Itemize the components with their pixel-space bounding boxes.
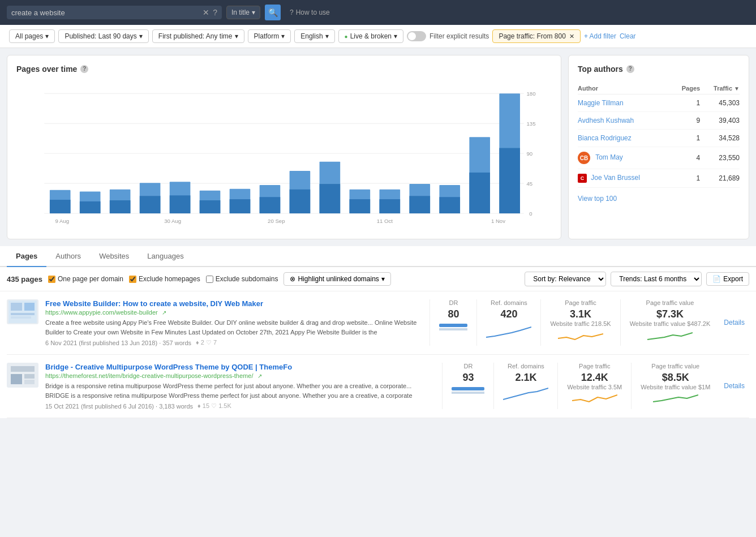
results-bar-right: Sort by: Relevance Trends: Last 6 months… (525, 272, 749, 286)
traffic-col-header[interactable]: Traffic ▼ (700, 83, 740, 94)
clear-filters-button[interactable]: Clear (620, 32, 636, 40)
chevron-down-icon: ▾ (235, 32, 238, 40)
page-traffic-chart-2 (572, 390, 617, 407)
svg-rect-15 (110, 200, 131, 213)
author-pages-cell: 1 (672, 130, 700, 147)
result-meta: 6 Nov 2021 (first published 13 Jun 2018)… (45, 339, 423, 346)
chevron-down-icon: ▾ (252, 8, 255, 16)
how-to-use-link[interactable]: ? How to use (290, 8, 330, 16)
author-traffic-cell: 39,403 (700, 112, 740, 130)
result-item: Free Website Builder: How to create a we… (7, 291, 749, 355)
ref-domains-metric: Ref. domains 420 (476, 299, 540, 346)
svg-rect-56 (24, 380, 35, 384)
chart-help-icon[interactable]: ? (80, 65, 88, 73)
result-title-link[interactable]: Free Website Builder: How to create a we… (45, 299, 423, 308)
social-shares: ♦ 2 ♡ 7 (196, 339, 217, 346)
search-type-label: In title (231, 8, 250, 16)
result-title-link-2[interactable]: Bridge - Creative Multipurpose WordPress… (45, 363, 435, 371)
author-row: Avdhesh Kushwah 9 39,403 (578, 112, 740, 130)
page-traffic-metric: Page traffic 3.1K Website traffic 218.5K (540, 299, 620, 346)
avatar: CB (578, 152, 590, 164)
svg-text:11 Oct: 11 Oct (377, 218, 393, 224)
all-pages-filter[interactable]: All pages ▾ (9, 29, 55, 43)
author-traffic-cell: 34,528 (700, 130, 740, 147)
live-broken-filter[interactable]: ● Live & broken ▾ (338, 29, 403, 43)
trends-dropdown[interactable]: Trends: Last 6 months (611, 272, 702, 286)
authors-help-icon[interactable]: ? (626, 65, 634, 73)
results-count: 435 pages (7, 275, 42, 283)
explicit-toggle-switch[interactable] (407, 31, 426, 41)
authors-table: Author Pages Traffic ▼ Maggie Tillman 1 … (578, 83, 740, 188)
details-button-1[interactable]: Details (719, 299, 749, 346)
svg-text:135: 135 (527, 121, 536, 127)
platform-filter[interactable]: Platform ▾ (248, 29, 291, 43)
author-avdhesh-link[interactable]: Avdhesh Kushwah (578, 117, 634, 124)
tab-authors[interactable]: Authors (46, 246, 90, 267)
author-traffic-cell: 45,303 (700, 94, 740, 112)
highlight-unlinked-domains-button[interactable]: ⊗ Highlight unlinked domains ▾ (284, 272, 390, 286)
tab-websites[interactable]: Websites (90, 246, 138, 267)
search-button[interactable]: 🔍 (265, 5, 281, 20)
author-row: Maggie Tillman 1 45,303 (578, 94, 740, 112)
close-icon[interactable]: ✕ (569, 33, 574, 40)
result-url: https://www.appypie.com/website-builder … (45, 309, 423, 316)
tab-pages[interactable]: Pages (7, 246, 46, 267)
clear-search-button[interactable]: ✕ (203, 8, 209, 17)
search-bar: ✕ ? In title ▾ 🔍 ? How to use (0, 0, 756, 25)
author-joe-link[interactable]: Joe Van Brussel (591, 174, 640, 182)
add-filter-button[interactable]: + Add filter (584, 32, 616, 40)
result-metrics: DR 80 Ref. domains 420 Page traffic 3.1K… (429, 299, 749, 346)
authors-panel: Top authors ? Author Pages Traffic ▼ Mag… (568, 55, 749, 239)
result-date-2: 15 Oct 2021 (first published 6 Jul 2016)… (45, 403, 193, 410)
dr-metric-2: DR 93 (442, 363, 493, 409)
author-bianca-link[interactable]: Bianca Rodriguez (578, 134, 632, 142)
author-pages-cell: 1 (672, 169, 700, 188)
svg-rect-54 (11, 374, 22, 384)
svg-rect-31 (350, 199, 371, 213)
view-top-100-link[interactable]: View top 100 (578, 195, 740, 203)
svg-rect-11 (50, 200, 71, 213)
svg-text:0: 0 (529, 210, 532, 217)
dr-bar-bg-2 (452, 392, 484, 394)
author-name-cell: Avdhesh Kushwah (578, 112, 672, 130)
exclude-subdomains-checkbox[interactable]: Exclude subdomains (206, 275, 278, 283)
svg-rect-13 (80, 201, 101, 213)
page-traffic-filter-tag[interactable]: Page traffic: From 800 ✕ (492, 29, 581, 43)
details-button-2[interactable]: Details (719, 363, 749, 409)
search-help-icon[interactable]: ? (213, 8, 217, 17)
svg-rect-37 (439, 197, 460, 213)
svg-text:20 Sep: 20 Sep (268, 218, 285, 224)
tabs-row: Pages Authors Websites Languages (0, 246, 756, 267)
author-pages-cell: 9 (672, 112, 700, 130)
result-thumbnail (7, 363, 38, 388)
traffic-value-chart-2 (653, 390, 698, 407)
search-input[interactable] (11, 8, 199, 17)
exclude-homepages-checkbox[interactable]: Exclude homepages (129, 275, 200, 283)
one-page-per-domain-checkbox[interactable]: One page per domain (48, 275, 123, 283)
pages-col-header: Pages (672, 83, 700, 94)
author-tom-link[interactable]: Tom May (595, 153, 623, 161)
result-thumbnail (7, 299, 38, 324)
svg-text:90: 90 (527, 151, 533, 157)
tab-languages[interactable]: Languages (138, 246, 192, 267)
result-description-2: Bridge is a responsive retina multipurpo… (45, 381, 435, 400)
svg-rect-33 (380, 199, 401, 213)
results-bar: 435 pages One page per domain Exclude ho… (0, 267, 756, 291)
svg-rect-53 (11, 366, 35, 372)
chevron-down-icon: ▾ (394, 32, 397, 40)
sort-dropdown[interactable]: Sort by: Relevance (525, 272, 606, 286)
page-traffic-metric-2: Page traffic 12.4K Website traffic 3.5M (557, 363, 631, 409)
export-button[interactable]: 📄 Export (706, 272, 749, 286)
website-traffic: Website traffic 218.5K (550, 320, 611, 327)
language-filter[interactable]: English ▾ (294, 29, 334, 43)
search-type-dropdown[interactable]: In title ▾ (226, 6, 260, 19)
svg-rect-55 (24, 374, 35, 379)
published-filter[interactable]: Published: Last 90 days ▾ (58, 29, 148, 43)
result-item: Bridge - Creative Multipurpose WordPress… (7, 355, 749, 418)
author-maggie-link[interactable]: Maggie Tillman (578, 99, 624, 107)
first-published-filter[interactable]: First published: Any time ▾ (152, 29, 244, 43)
svg-rect-19 (170, 195, 191, 213)
cnet-favicon-icon: C (578, 174, 587, 183)
result-url-2: https://themeforest.net/item/bridge-crea… (45, 372, 435, 379)
results-list: Free Website Builder: How to create a we… (0, 291, 756, 418)
